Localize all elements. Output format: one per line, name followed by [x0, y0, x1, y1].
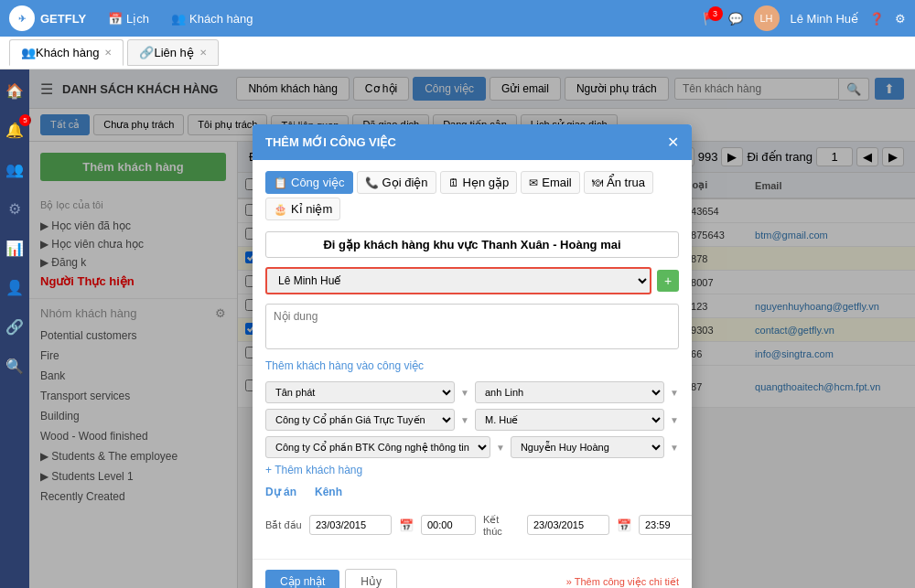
- arrow-icon-2: ▼: [460, 415, 469, 425]
- khachhang-icon: 👥: [171, 12, 186, 26]
- tab-lienhe[interactable]: 🔗 Liên hệ ✕: [127, 39, 218, 66]
- project-label: Dự án: [265, 486, 296, 498]
- lich-icon: 📅: [108, 12, 123, 26]
- nav-khachhang-label: Khách hàng: [189, 12, 253, 26]
- modal-tab-hengap-label: Hẹn gặp: [463, 176, 510, 189]
- modal-overlay: THÊM MỚI CÔNG VIỆC ✕ 📋 Công việc 📞 Gọi đ…: [29, 69, 915, 588]
- sidebar-groups[interactable]: ⚙: [5, 197, 25, 221]
- start-time-input[interactable]: [421, 515, 476, 535]
- logo-text: GETFLY: [40, 12, 86, 26]
- sidebar-home[interactable]: 🏠: [2, 79, 27, 103]
- project-section: Dự án: [265, 486, 296, 504]
- logo-icon: ✈: [9, 5, 35, 31]
- update-button[interactable]: Cập nhật: [265, 570, 339, 588]
- modal-tab-antrua[interactable]: 🍽 Ẩn trua: [584, 171, 653, 194]
- email-tab-icon: ✉: [529, 176, 538, 189]
- hengap-icon: 🗓: [448, 176, 459, 189]
- tab-lienhe-close[interactable]: ✕: [199, 48, 207, 58]
- end-date-input[interactable]: [527, 515, 609, 535]
- add-more-customer-link[interactable]: + Thêm khách hàng: [265, 464, 679, 476]
- tab-lienhe-icon: 🔗: [139, 46, 154, 59]
- sidebar-contacts[interactable]: 👤: [2, 275, 27, 300]
- modal-body: 📋 Công việc 📞 Gọi điện 🗓 Hẹn gặp ✉ Email…: [253, 160, 692, 559]
- start-calendar-icon[interactable]: 📅: [399, 519, 414, 532]
- congviec-icon: 📋: [274, 176, 287, 189]
- modal-tab-email-label: Email: [542, 176, 572, 189]
- modal-tab-congviec[interactable]: 📋 Công việc: [265, 171, 353, 194]
- customer-select-1[interactable]: Tân phát: [265, 381, 455, 403]
- modal-tab-hengap[interactable]: 🗓 Hẹn gặp: [440, 171, 518, 194]
- sidebar-search[interactable]: 🔍: [2, 354, 27, 379]
- nav-khachhang[interactable]: 👥 Khách hàng: [167, 12, 253, 26]
- chat-icon[interactable]: 💬: [728, 12, 743, 26]
- modal-tab-kiniem[interactable]: 🎂 Kỉ niệm: [265, 198, 340, 220]
- arrow-icon-2b: ▼: [670, 415, 679, 425]
- add-customer-link[interactable]: Thêm khách hàng vào công việc: [265, 359, 679, 372]
- customer-row-2: Công ty Cổ phần Giá Trực Tuyến ▼ M. Huế …: [265, 409, 679, 431]
- goidien-icon: 📞: [365, 176, 379, 189]
- start-date-input[interactable]: [309, 515, 392, 535]
- flag-notification[interactable]: 🚩 3: [703, 12, 717, 26]
- arrow-icon-3: ▼: [496, 443, 505, 453]
- person-select-row: Lê Minh Huế +: [265, 267, 679, 294]
- content-textarea[interactable]: [265, 304, 679, 349]
- customer-select-3[interactable]: Công ty Cổ phần BTK Công nghệ thông tin: [265, 436, 490, 458]
- cancel-button[interactable]: Hủy: [345, 569, 397, 588]
- top-nav: ✈ GETFLY 📅 Lịch 👥 Khách hàng 🚩 3 💬 LH Lê…: [0, 0, 915, 37]
- sidebar-analytics[interactable]: 📊: [2, 236, 27, 261]
- date-row: Bắt đầu 📅 Kết thúc 📅 Cả ngày: [265, 511, 679, 539]
- arrow-icon-1b: ▼: [670, 388, 679, 398]
- tab-khachhang-icon: 👥: [21, 46, 36, 59]
- tab-lienhe-label: Liên hệ: [154, 46, 193, 59]
- modal-footer: Cập nhật Hủy » Thêm công việc chi tiết: [253, 559, 692, 588]
- modal-tabs: 📋 Công việc 📞 Gọi điện 🗓 Hẹn gặp ✉ Email…: [265, 171, 679, 220]
- customer-row-3: Công ty Cổ phần BTK Công nghệ thông tin …: [265, 436, 679, 458]
- channel-section: Kênh: [315, 486, 342, 504]
- nav-lich-label: Lịch: [126, 12, 149, 26]
- modal-tab-goidien[interactable]: 📞 Gọi điện: [357, 171, 436, 194]
- person-select-dropdown[interactable]: Lê Minh Huế: [265, 267, 651, 294]
- nav-lich[interactable]: 📅 Lịch: [104, 12, 149, 26]
- modal-title: THÊM MỚI CÔNG VIỆC: [265, 135, 396, 149]
- end-calendar-icon[interactable]: 📅: [617, 519, 631, 532]
- modal-tab-email[interactable]: ✉ Email: [521, 171, 580, 194]
- sidebar-network[interactable]: 🔗: [2, 315, 27, 339]
- customer-select-2[interactable]: Công ty Cổ phần Giá Trực Tuyến: [265, 409, 455, 431]
- add-person-button[interactable]: +: [657, 270, 679, 292]
- user-name: Lê Minh Huế: [791, 12, 858, 26]
- top-nav-right: 🚩 3 💬 LH Lê Minh Huế ❓ ⚙: [703, 5, 906, 31]
- help-icon[interactable]: ❓: [869, 12, 884, 26]
- detail-link[interactable]: » Thêm công việc chi tiết: [566, 576, 679, 588]
- modal-tab-goidien-label: Gọi điện: [382, 176, 428, 189]
- antrua-icon: 🍽: [592, 176, 603, 189]
- end-label: Kết thúc: [483, 514, 520, 537]
- contact-select-3[interactable]: Nguyễn Huy Hoàng: [511, 436, 664, 458]
- tab-khachhang-label: Khách hàng: [36, 46, 99, 59]
- settings-icon[interactable]: ⚙: [895, 12, 906, 26]
- customer-row-1: Tân phát ▼ anh Linh ▼: [265, 381, 679, 403]
- end-time-input[interactable]: [639, 515, 692, 535]
- contact-select-2[interactable]: M. Huế: [475, 409, 664, 431]
- contact-select-1[interactable]: anh Linh: [475, 381, 664, 403]
- tab-bar: 👥 Khách hàng ✕ 🔗 Liên hệ ✕: [0, 37, 915, 69]
- sidebar-customers[interactable]: 👥: [2, 157, 27, 182]
- arrow-icon-1: ▼: [460, 388, 469, 398]
- start-label: Bắt đầu: [265, 519, 302, 531]
- modal-tab-congviec-label: Công việc: [291, 176, 345, 189]
- arrow-icon-3b: ▼: [670, 443, 679, 453]
- tab-khachhang-close[interactable]: ✕: [104, 48, 112, 58]
- logo: ✈ GETFLY: [9, 5, 86, 31]
- kiniem-icon: 🎂: [274, 203, 287, 216]
- tab-khachhang[interactable]: 👥 Khách hàng ✕: [9, 39, 124, 66]
- flag-badge: 3: [708, 6, 723, 21]
- modal: THÊM MỚI CÔNG VIỆC ✕ 📋 Công việc 📞 Gọi đ…: [253, 124, 692, 588]
- avatar[interactable]: LH: [754, 5, 780, 31]
- modal-tab-antrua-label: Ẩn trua: [607, 176, 645, 189]
- sidebar-notif[interactable]: 🔔 5: [2, 118, 27, 143]
- left-sidebar: 🏠 🔔 5 👥 ⚙ 📊 👤 🔗 🔍: [0, 69, 29, 588]
- channel-label: Kênh: [315, 486, 342, 498]
- modal-tab-kiniem-label: Kỉ niệm: [291, 202, 332, 216]
- modal-close-button[interactable]: ✕: [667, 134, 679, 151]
- modal-header: THÊM MỚI CÔNG VIỆC ✕: [253, 124, 692, 160]
- task-title-input[interactable]: [265, 231, 679, 258]
